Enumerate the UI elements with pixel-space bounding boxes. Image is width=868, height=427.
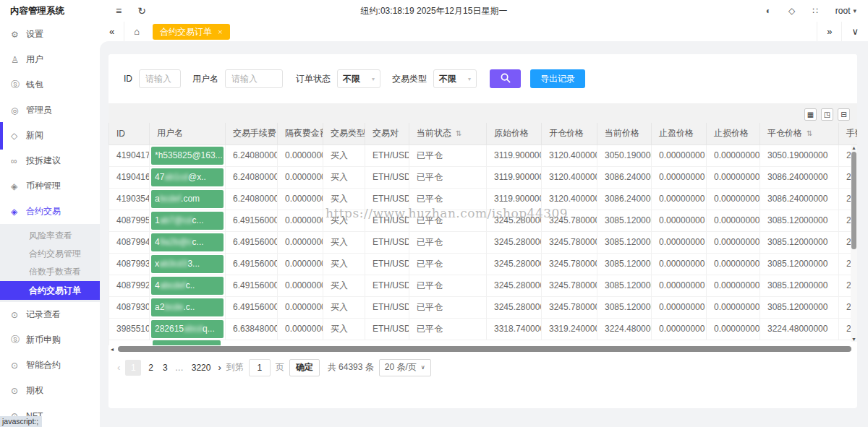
tabs-scroll-left-icon[interactable]: « — [100, 22, 124, 41]
cell-type: 买入 — [323, 210, 365, 231]
trade-type-select[interactable]: 不限 ▾ — [433, 69, 477, 88]
cell-username: 1ab7@cdc... — [150, 210, 226, 231]
column-label: 交易对 — [373, 128, 399, 138]
username-visible: c... — [192, 215, 204, 225]
sidebar-item-设置[interactable]: ⚙设置 — [0, 22, 100, 47]
sidebar-subitem-风险率查看[interactable]: 风险率查看 — [0, 227, 100, 245]
scroll-down-icon[interactable]: ▼ — [851, 337, 857, 342]
sidebar-item-智能合约[interactable]: ⊙智能合约 — [0, 353, 100, 378]
sidebar-item-管理员[interactable]: ◎管理员 — [0, 98, 100, 123]
tag-icon[interactable]: ◇ — [788, 0, 795, 22]
sidebar-item-label: 管理员 — [26, 104, 52, 116]
sidebar-item-期权[interactable]: ⊙期权 — [0, 378, 100, 403]
cell-status: 已平仓 — [409, 166, 487, 188]
horizontal-scroll-track[interactable] — [115, 346, 853, 352]
cell-tp: 0.00000000 — [652, 210, 707, 231]
column-label: 手数 — [846, 128, 857, 138]
cell-type: 买入 — [323, 296, 365, 318]
prev-page-button[interactable]: ‹ — [117, 362, 120, 373]
export-data-icon[interactable]: ◳ — [821, 108, 833, 121]
sidebar-item-投拆建议[interactable]: ∞投拆建议 — [0, 148, 100, 173]
cell-pair: ETH/USDT — [365, 296, 409, 318]
cell-sl: 0.00000000 — [707, 318, 760, 340]
username-visible: 3... — [187, 259, 200, 269]
cell-close: 3224.48000000 — [760, 318, 839, 340]
print-icon[interactable]: ⊟ — [838, 108, 850, 121]
home-tab-icon[interactable]: ⌂ — [124, 22, 149, 41]
username-visible: 4 — [155, 237, 160, 247]
tab-contract-orders[interactable]: 合约交易订单 × — [153, 24, 229, 40]
news-icon: ◇ — [11, 131, 26, 141]
cell-username: xab3cd33... — [150, 253, 226, 275]
username-visible: .c.. — [183, 302, 195, 312]
tab-label: 合约交易订单 — [160, 24, 212, 40]
search-icon — [501, 73, 511, 85]
confirm-goto-button[interactable]: 确定 — [289, 359, 320, 376]
fullscreen-icon[interactable]: ∷ — [812, 0, 818, 22]
current-page[interactable]: 1 — [125, 360, 141, 376]
cell-orig: 3245.280000... — [487, 296, 542, 318]
sidebar-item-币种管理[interactable]: ◈币种管理 — [0, 173, 100, 199]
refresh-icon[interactable]: ↻ — [137, 0, 146, 22]
cell-open: 3120.400000... — [542, 145, 597, 166]
per-page-select[interactable]: 20 条/页 ∨ — [379, 359, 431, 376]
columns-filter-icon[interactable]: ▦ — [804, 108, 817, 121]
cell-open: 3319.240000... — [542, 318, 597, 340]
sidebar-item-新闻[interactable]: ◇新闻 — [0, 123, 100, 148]
user-menu[interactable]: root ▾ — [835, 6, 856, 16]
sidebar-subitem-倍数手数查看[interactable]: 倍数手数查看 — [0, 263, 100, 281]
horizontal-scrollbar[interactable]: ◂ — [111, 346, 853, 353]
next-page-button[interactable]: › — [218, 362, 221, 373]
sidebar-item-记录查看[interactable]: ⊙记录查看 — [0, 302, 100, 327]
column-label: 当前价格 — [605, 128, 639, 138]
gear-icon: ⚙ — [11, 30, 26, 40]
horizontal-scroll-thumb[interactable] — [118, 346, 851, 352]
cell-id: 4087993 — [109, 253, 150, 275]
goto-page-input[interactable] — [249, 359, 271, 376]
search-button[interactable] — [490, 69, 521, 88]
cell-username: 49a2b@cc... — [150, 231, 226, 253]
vertical-scrollbar[interactable]: ▲ ▼ — [851, 145, 857, 342]
vertical-scroll-thumb[interactable] — [851, 152, 856, 249]
theme-palette-icon[interactable]: ◐ — [766, 0, 771, 22]
id-filter-input[interactable] — [139, 69, 181, 88]
cell-overnight: 0.00000000 — [278, 296, 323, 318]
sort-icon[interactable]: ⇅ — [456, 129, 461, 137]
cell-status: 已平仓 — [409, 188, 487, 210]
sidebar-subitem-合约交易管理[interactable]: 合约交易管理 — [0, 245, 100, 263]
username-masked: ab3cd3 — [159, 259, 187, 269]
sort-icon[interactable]: ⇅ — [807, 129, 812, 137]
table-toolbar: ▦◳⊟ — [109, 103, 857, 123]
page-button-2[interactable]: 2 — [146, 363, 156, 373]
cell-current: 3085.120000... — [597, 275, 652, 296]
app-title: 内容管理系统 — [0, 5, 100, 17]
page-unit-label: 页 — [276, 361, 284, 374]
collapse-sidebar-icon[interactable]: ≡ — [116, 0, 122, 22]
sidebar-subitem-合约交易订单[interactable]: 合约交易订单 — [0, 281, 100, 300]
table-header-row: ID用户名交易手续费隔夜费金额交易类型交易对当前状态⇅原始价格开仓价格当前价格止… — [109, 123, 858, 145]
username-masked: ab7@cd — [160, 215, 192, 225]
cell-pair: ETH/USDT — [365, 318, 409, 340]
sidebar-item-用户[interactable]: ♙用户 — [0, 47, 100, 72]
tab-options-icon[interactable]: ∨ — [842, 22, 868, 41]
page-button-3[interactable]: 3 — [161, 363, 170, 373]
export-records-button[interactable]: 导出记录 — [530, 69, 585, 88]
close-icon[interactable]: × — [218, 24, 222, 40]
cell-overnight: 0.00000000 — [278, 253, 323, 275]
sidebar-item-钱包[interactable]: ⓢ钱包 — [0, 72, 100, 98]
sidebar-item-合约交易[interactable]: ◈合约交易 — [0, 199, 100, 224]
page-button-3220[interactable]: 3220 — [190, 363, 213, 373]
sidebar-item-label: 设置 — [26, 28, 43, 40]
username-filter-input[interactable] — [225, 69, 283, 88]
username-masked: 9a2b@c — [160, 237, 192, 247]
tabs-scroll-right-icon[interactable]: » — [817, 22, 841, 41]
scroll-left-icon[interactable]: ◂ — [111, 346, 114, 353]
sidebar-item-新币申购[interactable]: ⓢ新币申购 — [0, 327, 100, 353]
cell-orig: 3119.90000000 — [487, 166, 542, 188]
cell-status: 已平仓 — [409, 231, 487, 253]
order-status-select[interactable]: 不限 ▾ — [337, 69, 380, 88]
filter-bar: ID 用户名 订单状态 不限 ▾ 交易类型 不限 ▾ 导出记录 — [109, 54, 857, 103]
column-header-当前状态[interactable]: 当前状态⇅ — [409, 123, 487, 145]
column-header-平仓价格[interactable]: 平仓价格⇅ — [760, 123, 839, 145]
scroll-up-icon[interactable]: ▲ — [851, 145, 857, 150]
